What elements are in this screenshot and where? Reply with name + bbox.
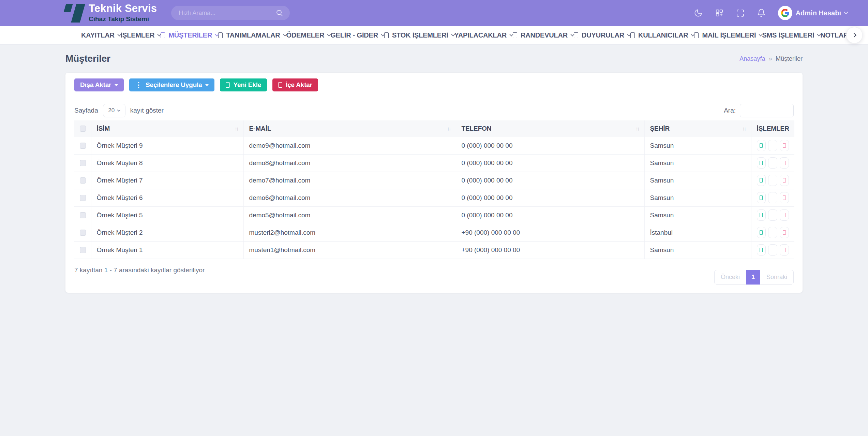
nav-item-randevular[interactable]: RANDEVULAR: [513, 31, 574, 39]
edit-button[interactable]: [768, 244, 777, 256]
edit-button[interactable]: [768, 140, 777, 151]
row-checkbox[interactable]: [80, 230, 86, 236]
view-icon: [760, 213, 763, 217]
row-checkbox[interactable]: [80, 247, 86, 253]
column-header-i-si-m[interactable]: İSİM↑↓: [91, 120, 243, 137]
delete-button[interactable]: [780, 192, 789, 203]
pagination: Önceki 1 Sonraki: [714, 270, 794, 285]
apply-selected-button[interactable]: ⋮ Seçilenlere Uygula: [129, 78, 214, 91]
column-header-e-mai-l[interactable]: E-MAİL↑↓: [243, 120, 456, 137]
nav-item-label: MÜŞTERİLER: [168, 31, 212, 39]
customer-email-cell: musteri1@hotmail.com: [243, 241, 456, 259]
edit-icon: [771, 195, 774, 200]
delete-button[interactable]: [780, 175, 789, 186]
customer-email-cell: demo7@hotmail.com: [243, 172, 456, 189]
nav-item-label: RANDEVULAR: [521, 31, 568, 39]
customer-email-cell: demo6@hotmail.com: [243, 189, 456, 206]
customer-email-cell: musteri2@hotmail.com: [243, 224, 456, 241]
brand-logo[interactable]: Teknik Servis Cihaz Takip Sistemi: [65, 3, 157, 23]
nav-item-notlar[interactable]: NOTLAR: [820, 31, 848, 39]
edit-button[interactable]: [768, 157, 777, 169]
row-actions-cell: [751, 189, 794, 206]
account-menu[interactable]: Admin Hesabı: [778, 6, 848, 20]
column-header-ehi-r[interactable]: ŞEHİR↑↓: [644, 120, 751, 137]
row-checkbox[interactable]: [80, 143, 86, 149]
nav-item-label: ÖDEMELER: [286, 31, 325, 39]
select-all-header-cell: [74, 120, 91, 137]
nav-item-stok-i-lemleri[interactable]: STOK İŞLEMLERİ: [384, 31, 454, 39]
view-button[interactable]: [757, 157, 766, 169]
nav-item-sms-i-lemleri[interactable]: SMS İŞLEMLERİ: [762, 31, 820, 39]
delete-button[interactable]: [780, 157, 789, 169]
nav-item-m-teri-ler[interactable]: MÜŞTERİLER: [161, 31, 218, 39]
delete-icon: [783, 161, 786, 165]
view-button[interactable]: [757, 140, 766, 151]
breadcrumb-home-link[interactable]: Anasayfa: [739, 55, 765, 62]
delete-button[interactable]: [780, 227, 789, 238]
edit-button[interactable]: [768, 227, 777, 238]
table-body: Örnek Müşteri 9demo9@hotmail.com0 (000) …: [74, 137, 794, 259]
page-length-prefix: Sayfada: [74, 107, 98, 114]
nav-items: KAYITLARİŞLEMLERMÜŞTERİLERTANIMLAMALARÖD…: [0, 31, 868, 39]
pagination-next-button[interactable]: Sonraki: [760, 270, 794, 285]
nav-item-geli-r-gi-der[interactable]: GELİR - GİDER: [330, 31, 384, 39]
quick-search-input[interactable]: [179, 10, 275, 17]
menu-box-icon: [384, 32, 389, 38]
toolbar: Dışa Aktar ⋮ Seçilenlere Uygula Yeni Ekl…: [74, 78, 794, 91]
page-length-select[interactable]: 20: [103, 104, 125, 117]
fullscreen-button[interactable]: [736, 9, 745, 17]
pagination-page-1-button[interactable]: 1: [746, 270, 760, 285]
brand-title: Teknik Servis: [89, 3, 157, 14]
view-button[interactable]: [757, 175, 766, 186]
view-button[interactable]: [757, 227, 766, 238]
delete-button[interactable]: [780, 140, 789, 151]
caret-down-icon: [205, 84, 209, 86]
delete-button[interactable]: [780, 209, 789, 221]
customer-city-cell: Samsun: [644, 137, 751, 154]
row-checkbox[interactable]: [80, 212, 86, 218]
view-icon: [760, 248, 763, 252]
nav-item-kullanicilar[interactable]: KULLANICILAR: [630, 31, 694, 39]
row-select-cell: [74, 172, 91, 189]
nav-scroll-next-button[interactable]: [846, 27, 863, 43]
column-header-i-lemler[interactable]: İŞLEMLER: [751, 120, 794, 137]
customer-city-cell: Samsun: [644, 154, 751, 172]
table-search-input[interactable]: [740, 104, 794, 117]
nav-item-mai-l-i-lemleri[interactable]: MAİL İŞLEMLERİ: [694, 31, 762, 39]
column-header-telefon[interactable]: TELEFON↑↓: [456, 120, 644, 137]
dark-mode-button[interactable]: [694, 9, 703, 17]
delete-button[interactable]: [780, 244, 789, 256]
pagination-prev-button[interactable]: Önceki: [714, 270, 746, 285]
edit-button[interactable]: [768, 175, 777, 186]
nav-item-label: STOK İŞLEMLERİ: [392, 31, 448, 39]
export-button[interactable]: Dışa Aktar: [74, 78, 124, 91]
nav-item-label: SMS İŞLEMLERİ: [762, 31, 814, 39]
bell-icon: [757, 9, 766, 17]
view-button[interactable]: [757, 244, 766, 256]
apps-button[interactable]: [715, 9, 724, 17]
nav-item-label: YAPILACAKLAR: [454, 31, 507, 39]
table-search-control: Ara:: [724, 104, 794, 117]
view-button[interactable]: [757, 192, 766, 203]
table-row: Örnek Müşteri 2musteri2@hotmail.com+90 (…: [74, 224, 794, 241]
nav-item-tanimlamalar[interactable]: TANIMLAMALAR: [218, 31, 286, 39]
add-new-button[interactable]: Yeni Ekle: [220, 78, 267, 91]
nav-item-demeler[interactable]: ÖDEMELER: [286, 31, 331, 39]
nav-item-label: KULLANICILAR: [638, 31, 688, 39]
nav-item-kayitlar[interactable]: KAYITLAR: [81, 31, 121, 39]
notifications-button[interactable]: [757, 9, 766, 17]
view-button[interactable]: [757, 209, 766, 221]
nav-item-i-lemler[interactable]: İŞLEMLER: [121, 31, 161, 39]
customer-name-cell: Örnek Müşteri 1: [91, 241, 243, 259]
nav-item-duyurular[interactable]: DUYURULAR: [574, 31, 630, 39]
row-checkbox[interactable]: [80, 160, 86, 166]
select-all-checkbox[interactable]: [80, 126, 86, 132]
page-content: Müşteriler Anasayfa » Müşteriler Dışa Ak…: [0, 45, 868, 293]
import-button[interactable]: İçe Aktar: [272, 78, 318, 91]
search-icon[interactable]: [275, 9, 284, 17]
row-checkbox[interactable]: [80, 177, 86, 184]
edit-button[interactable]: [768, 209, 777, 221]
edit-button[interactable]: [768, 192, 777, 203]
row-checkbox[interactable]: [80, 195, 86, 201]
nav-item-yapilacaklar[interactable]: YAPILACAKLAR: [454, 31, 513, 39]
